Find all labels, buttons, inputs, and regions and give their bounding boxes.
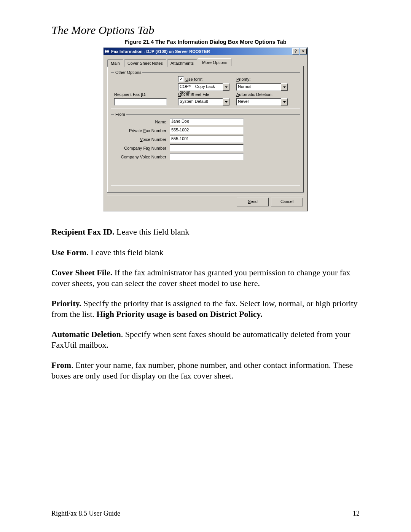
para-recipient-fax-id: Recipient Fax ID. Leave this field blank	[51, 227, 360, 237]
automatic-deletion-value: Never	[236, 98, 281, 105]
tab-attachments[interactable]: Attachments	[167, 59, 197, 67]
para-from: From. Enter your name, fax number, phone…	[51, 360, 360, 381]
chevron-down-icon[interactable]	[223, 98, 229, 105]
fax-info-dialog: Fax Information - DJP (#100) on Server R…	[103, 47, 308, 211]
figure-caption: Figure 21.4 The Fax Information Dialog B…	[51, 39, 360, 45]
svg-marker-1	[283, 86, 286, 88]
chevron-down-icon[interactable]	[281, 98, 288, 105]
svg-marker-0	[225, 86, 228, 88]
page-footer: RightFax 8.5 User Guide 12	[51, 510, 360, 518]
dialog-title: Fax Information - DJP (#100) on Server R…	[111, 49, 210, 54]
company-fax-input[interactable]	[170, 144, 244, 152]
use-form-label: Use form:	[185, 77, 204, 81]
tab-page-more-options: Other Options ✓ Use form: Priority: COPY…	[107, 66, 304, 192]
automatic-deletion-dropdown[interactable]: Never	[236, 98, 288, 105]
cover-sheet-file-dropdown[interactable]: System Default	[178, 98, 229, 105]
tab-cover-sheet-notes[interactable]: Cover Sheet Notes	[124, 59, 166, 67]
group-other-options: Other Options ✓ Use form: Priority: COPY…	[111, 70, 300, 109]
priority-value: Normal	[236, 83, 281, 91]
footer-page-number: 12	[353, 510, 360, 518]
use-form-dropdown[interactable]: COPY - Copy back groun…	[178, 83, 229, 91]
cover-sheet-file-value: System Default	[178, 98, 223, 105]
private-fax-input[interactable]: 555-1002	[170, 127, 244, 134]
footer-left: RightFax 8.5 User Guide	[51, 510, 120, 518]
company-fax-label: Company Fax Number:	[114, 146, 170, 150]
help-button[interactable]: ?	[292, 48, 299, 54]
company-voice-input[interactable]	[170, 153, 244, 160]
chevron-down-icon[interactable]	[281, 83, 288, 91]
page-heading: The More Options Tab	[51, 24, 360, 37]
tab-more-options[interactable]: More Options	[198, 58, 231, 66]
name-input[interactable]: Jane Doe	[170, 118, 244, 125]
tab-main[interactable]: Main	[107, 59, 123, 67]
recipient-fax-id-input[interactable]	[114, 98, 167, 105]
automatic-deletion-label: Automatic Deletion:	[236, 92, 288, 97]
para-use-form: Use Form. Leave this field blank	[51, 247, 360, 258]
group-other-options-label: Other Options	[114, 70, 142, 75]
cover-sheet-file-label: Cover Sheet File:	[178, 92, 229, 97]
use-form-checkbox[interactable]: ✓ Use form:	[178, 76, 229, 82]
app-icon	[104, 49, 110, 54]
priority-dropdown[interactable]: Normal	[236, 83, 288, 91]
recipient-fax-id-label: Recipient Fax ID:	[114, 92, 171, 97]
send-button[interactable]: Send	[237, 198, 269, 206]
company-voice-label: Company Voice Number:	[114, 155, 170, 159]
para-priority: Priority. Specify the priority that is a…	[51, 298, 360, 319]
cancel-button[interactable]: Cancel	[271, 198, 303, 206]
use-form-value: COPY - Copy back groun…	[178, 83, 223, 91]
para-cover-sheet-file: Cover Sheet File. If the fax administrat…	[51, 267, 360, 288]
tab-strip: Main Cover Sheet Notes Attachments More …	[107, 58, 304, 66]
voice-number-input[interactable]: 555-1001	[170, 136, 244, 143]
close-button[interactable]: ×	[300, 48, 307, 54]
chevron-down-icon[interactable]	[223, 83, 229, 91]
private-fax-label: Private Fax Number:	[114, 128, 170, 133]
dialog-titlebar[interactable]: Fax Information - DJP (#100) on Server R…	[104, 48, 307, 55]
para-automatic-deletion: Automatic Deletion. Specify when sent fa…	[51, 329, 360, 350]
voice-number-label: Voice Number:	[114, 137, 170, 142]
name-label: Name:	[114, 120, 170, 124]
priority-label: Priority:	[236, 77, 288, 81]
group-from: From Name: Jane Doe Private Fax Number: …	[111, 112, 300, 186]
group-from-label: From	[114, 112, 126, 117]
svg-marker-2	[225, 101, 228, 103]
svg-marker-3	[283, 101, 286, 103]
check-icon: ✓	[178, 76, 184, 82]
